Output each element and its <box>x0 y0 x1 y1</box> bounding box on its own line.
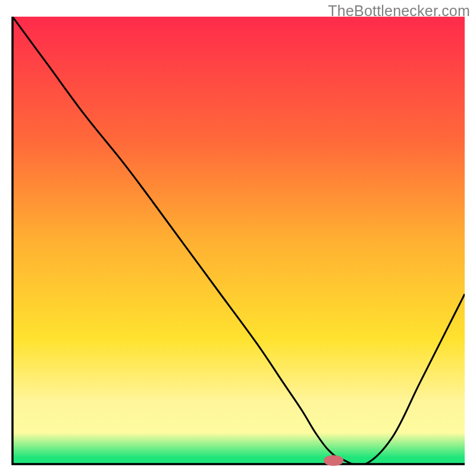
credit-label: TheBottlenecker.com <box>328 2 470 20</box>
plot-background <box>12 17 465 464</box>
optimum-marker <box>324 455 343 466</box>
chart-container: TheBottlenecker.com <box>0 0 476 476</box>
bottleneck-chart <box>0 0 476 476</box>
